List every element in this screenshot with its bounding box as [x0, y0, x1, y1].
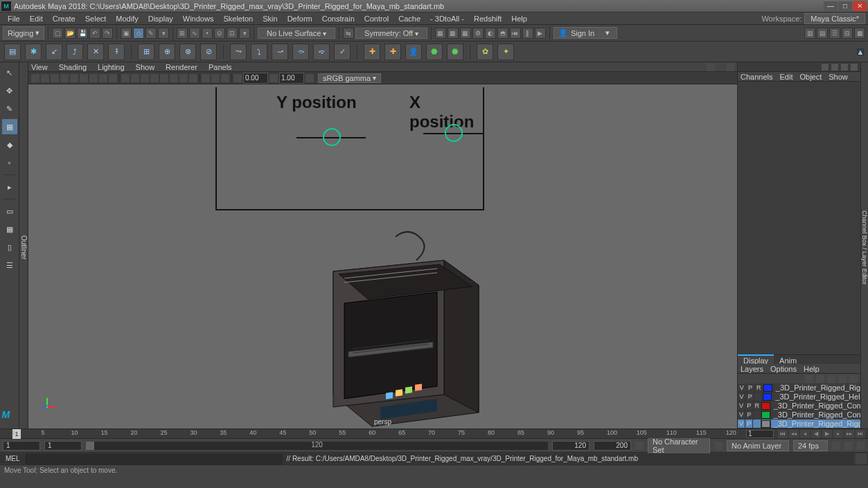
rp-gear-icon[interactable] — [851, 64, 858, 71]
current-frame-field[interactable] — [746, 430, 774, 438]
rp-ico-1[interactable] — [822, 64, 829, 71]
viewport[interactable]: Y position X position — [28, 84, 737, 428]
lasso-icon[interactable]: ◇ — [133, 28, 144, 39]
menu-3dtoall[interactable]: - 3DtoAll - — [425, 15, 469, 23]
rp-ico-2[interactable] — [831, 64, 838, 71]
layer-row[interactable]: VP_3D_Printer_Rigged_Helpers — [738, 392, 860, 401]
y-slider-handle[interactable] — [323, 128, 341, 146]
signin-button[interactable]: 👤Sign In▾ — [553, 27, 617, 39]
autokey-icon[interactable] — [844, 442, 853, 450]
layout-outliner[interactable]: ☰ — [2, 257, 17, 273]
menuset-select[interactable]: Rigging▾ — [3, 26, 44, 39]
vp-menu-view[interactable]: View — [31, 63, 48, 71]
curve-tool-6-icon[interactable]: ✓ — [334, 44, 351, 60]
vp-close-icon[interactable] — [726, 63, 734, 71]
layer-playback-toggle[interactable]: P — [746, 383, 754, 392]
menu-constrain[interactable]: Constrain — [317, 15, 360, 23]
layer-row[interactable]: VP_3D_Printer_Rigged_Controllers — [738, 410, 860, 419]
snap-center-icon[interactable]: ⊙ — [214, 28, 225, 39]
menu-skin[interactable]: Skin — [258, 15, 282, 23]
paint-tool[interactable]: ✎ — [2, 101, 17, 116]
menu-help[interactable]: Help — [506, 15, 532, 23]
select-tool[interactable]: ↖ — [2, 65, 17, 80]
skin-bind-icon[interactable]: ⊞ — [138, 44, 154, 60]
vp-gear-icon[interactable] — [707, 63, 715, 71]
layer-color-swatch[interactable] — [763, 383, 773, 392]
vp-texture-icon[interactable] — [141, 74, 149, 82]
layer-vis-toggle[interactable]: V — [738, 419, 745, 428]
layer-vis-toggle[interactable]: V — [738, 392, 746, 401]
vp-menu-shading[interactable]: Shading — [59, 63, 87, 71]
vp-shadow-icon[interactable] — [160, 74, 168, 82]
layer-ref-toggle[interactable]: R — [755, 383, 763, 392]
menu-edit[interactable]: Edit — [25, 15, 48, 23]
panel-layout-icon-1[interactable]: ▥ — [804, 28, 815, 39]
snap-view-icon[interactable]: ⊡ — [227, 28, 238, 39]
snap-curve-icon[interactable]: ∿ — [189, 28, 200, 39]
minimize-button[interactable]: — — [824, 1, 838, 11]
layer-ref-toggle[interactable] — [754, 392, 763, 401]
render-icon[interactable]: ▦ — [448, 28, 459, 39]
layer-playback-toggle[interactable]: P — [745, 401, 753, 410]
save-scene-icon[interactable]: 💾 — [77, 28, 88, 39]
light-icon[interactable]: ◓ — [497, 28, 508, 39]
layer-menu-options[interactable]: Options — [770, 365, 797, 373]
pose-2-icon[interactable]: ✦ — [497, 44, 514, 60]
constraint-1-icon[interactable]: ✚ — [364, 44, 380, 60]
range-start-inner[interactable] — [44, 441, 82, 451]
snap-point-icon[interactable]: • — [202, 28, 213, 39]
ch-menu-edit[interactable]: Edit — [779, 73, 792, 81]
constraint-2-icon[interactable]: ✚ — [384, 44, 401, 60]
layer-row[interactable]: VPR_3D_Printer_Rigged_Controllers — [738, 401, 860, 410]
sel-hilite-icon[interactable]: ▦ — [435, 28, 446, 39]
step-back-icon[interactable]: ◂ — [800, 430, 810, 438]
vp-safe-icon[interactable] — [109, 74, 117, 82]
symmetry-select[interactable]: Symmetry: Off ▾ — [355, 28, 427, 39]
time-slider[interactable]: 1 15101520253035404550556065707580859095… — [0, 428, 868, 438]
layout-two-v[interactable]: ▯ — [2, 240, 17, 255]
select-mode-icon[interactable]: ▣ — [121, 28, 132, 39]
play-back-icon[interactable]: ◀ — [811, 430, 821, 438]
curve-tool-5-icon[interactable]: ⤽ — [313, 44, 330, 60]
vp-wire-icon[interactable] — [121, 74, 130, 82]
ik-spline-icon[interactable]: ⤴ — [67, 44, 83, 60]
layer-vis-toggle[interactable]: V — [738, 383, 746, 392]
layer-ico-5[interactable] — [849, 374, 858, 383]
ch-menu-channels[interactable]: Channels — [741, 73, 772, 81]
color-space-select[interactable]: sRGB gamma ▾ — [318, 73, 381, 83]
pose-icon[interactable]: ✿ — [477, 44, 493, 60]
step-input[interactable] — [279, 73, 304, 84]
range-slider[interactable]: 120 — [86, 442, 548, 450]
layer-playback-toggle[interactable]: P — [745, 419, 753, 428]
layer-color-swatch[interactable] — [761, 401, 771, 410]
menu-create[interactable]: Create — [48, 15, 80, 23]
right-vertical-tab[interactable]: Channel Box / Layer Editor — [860, 62, 868, 428]
vp-menu-panels[interactable]: Panels — [209, 63, 232, 71]
go-end-icon[interactable]: ⏭ — [856, 430, 865, 438]
vp-grid-icon[interactable] — [70, 74, 78, 82]
layer-color-swatch[interactable] — [761, 410, 771, 419]
layer-playback-toggle[interactable]: P — [746, 392, 754, 401]
panel-layout-icon-5[interactable]: ▦ — [854, 28, 865, 39]
rp-ico-3[interactable] — [841, 64, 848, 71]
layer-menu-layers[interactable]: Layers — [741, 365, 763, 373]
panel-layout-icon-2[interactable]: ▤ — [817, 28, 828, 39]
vp-menu-show[interactable]: Show — [136, 63, 155, 71]
layer-playback-toggle[interactable]: P — [745, 410, 753, 419]
menu-file[interactable]: File — [3, 15, 25, 23]
layer-color-swatch[interactable] — [761, 419, 771, 428]
select-menu-icon[interactable]: ▾ — [158, 28, 169, 39]
skin-mirror-icon[interactable]: ⊘ — [200, 44, 217, 60]
lasso-tool[interactable]: ✥ — [2, 83, 17, 98]
vp-expose-icon[interactable] — [233, 74, 242, 82]
quick-rig-icon[interactable]: ⬣ — [426, 44, 443, 60]
vp-aa-icon[interactable] — [189, 74, 197, 82]
menu-select[interactable]: Select — [80, 15, 112, 23]
paint-select-icon[interactable]: ✎ — [145, 28, 157, 39]
cmd-lang-label[interactable]: MEL — [0, 453, 26, 464]
vp-menu-renderer[interactable]: Renderer — [166, 63, 197, 71]
vp-cm-icon[interactable] — [305, 74, 314, 82]
layout-single[interactable]: ▭ — [2, 204, 17, 219]
redo-icon[interactable]: ↷ — [102, 28, 113, 39]
layer-ico-3[interactable] — [827, 374, 835, 383]
